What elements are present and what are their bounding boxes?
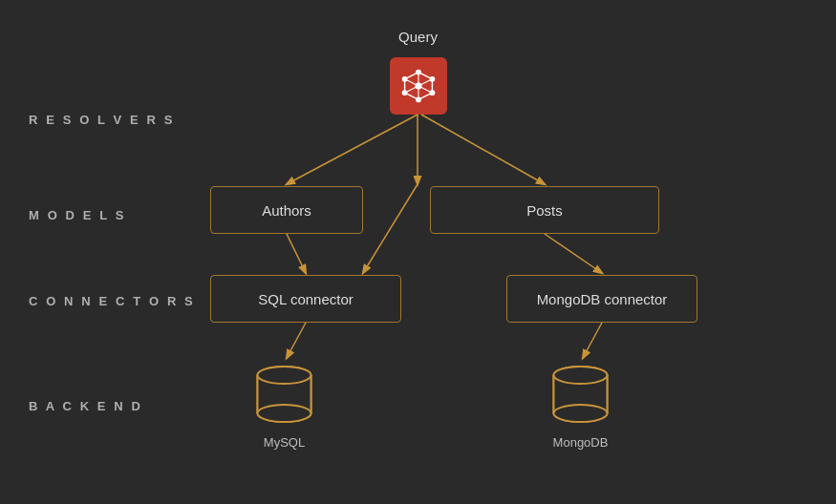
svg-line-23 — [287, 234, 306, 273]
posts-box: Posts — [430, 186, 659, 234]
svg-line-17 — [404, 86, 418, 93]
svg-line-7 — [418, 73, 432, 79]
sql-connector-box: SQL connector — [210, 275, 401, 323]
mongodb-label: MongoDB — [553, 435, 609, 450]
backend-label: B A C K E N D — [29, 399, 143, 413]
mongodb-connector-box: MongoDB connector — [506, 275, 697, 323]
graphql-icon — [401, 69, 436, 103]
mongodb-connector-label: MongoDB connector — [537, 291, 668, 307]
graphql-node — [390, 57, 447, 115]
mysql-cylinder-icon — [248, 358, 320, 430]
query-label: Query — [398, 29, 438, 45]
sql-label: SQL connector — [258, 291, 354, 307]
svg-line-12 — [404, 73, 418, 79]
models-label: M O D E L S — [29, 208, 126, 222]
svg-line-20 — [287, 115, 418, 184]
svg-line-27 — [583, 323, 602, 358]
svg-point-35 — [258, 367, 311, 384]
authors-label: Authors — [262, 202, 311, 219]
svg-line-24 — [363, 184, 418, 273]
svg-point-42 — [554, 405, 608, 422]
mongodb-cylinder-icon — [545, 358, 616, 430]
svg-line-25 — [545, 234, 602, 273]
svg-line-18 — [404, 79, 418, 86]
resolvers-label: R E S O L V E R S — [29, 113, 175, 127]
diagram-container: R E S O L V E R S M O D E L S C O N N E … — [0, 0, 836, 504]
mysql-db: MySQL — [248, 358, 320, 450]
svg-point-34 — [258, 405, 311, 422]
svg-line-14 — [418, 79, 432, 86]
svg-line-9 — [418, 93, 432, 99]
authors-box: Authors — [210, 186, 363, 234]
mongodb-db: MongoDB — [545, 358, 616, 450]
svg-line-22 — [421, 115, 545, 184]
svg-point-43 — [554, 367, 608, 384]
posts-label: Posts — [526, 202, 563, 219]
svg-line-26 — [287, 323, 306, 358]
svg-line-15 — [418, 86, 432, 93]
mysql-label: MySQL — [264, 435, 305, 450]
svg-line-10 — [404, 93, 418, 99]
connectors-label: C O N N E C T O R S — [29, 294, 195, 308]
